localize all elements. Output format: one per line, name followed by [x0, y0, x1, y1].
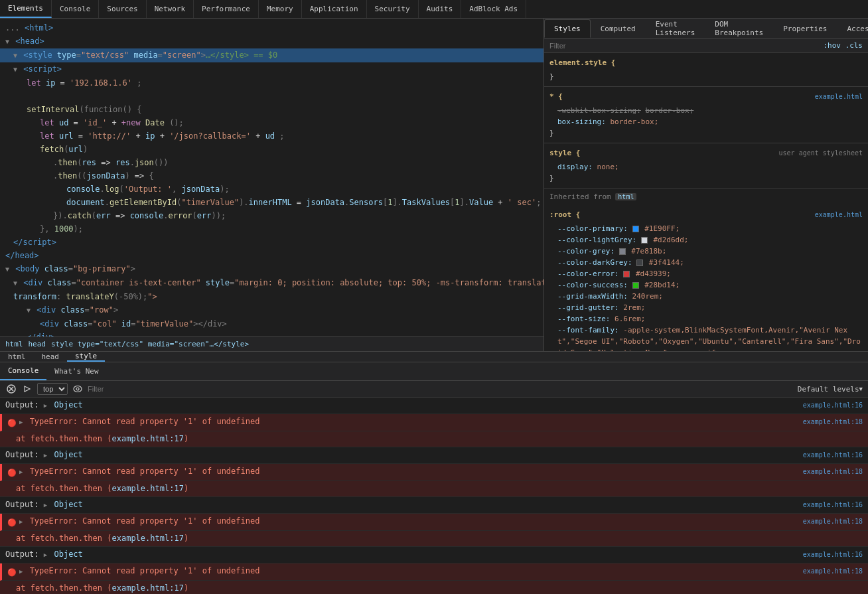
tab-event-listeners[interactable]: Event Listeners: [646, 19, 705, 38]
pause-button[interactable]: [21, 383, 33, 395]
tab-html[interactable]: html: [0, 352, 34, 362]
styles-content[interactable]: element.style { } * { example.html -webk…: [544, 53, 868, 351]
tab-network[interactable]: Network: [147, 0, 194, 18]
tab-styles[interactable]: Styles: [544, 19, 591, 38]
console-error-source-2[interactable]: example.html:18: [803, 466, 863, 477]
console-tab-whatsnew[interactable]: What's New: [46, 362, 106, 380]
tab-memory[interactable]: Memory: [259, 0, 302, 18]
attr-class-name: class: [44, 264, 68, 273]
dom-line-div-close: </div>: [0, 331, 543, 336]
breadcrumb-head[interactable]: head: [29, 340, 46, 348]
console-source-1[interactable]: example.html:16: [803, 400, 863, 411]
script-tag: <script>: [23, 64, 62, 74]
expand-error-2[interactable]: ▶: [19, 469, 23, 475]
prop-font-size-root: --font-size:: [557, 315, 610, 323]
error-link-3[interactable]: example.html:17: [112, 534, 184, 543]
dom-line-col: <div class="col" id="timerValue"></div>: [0, 317, 543, 331]
dom-line-row[interactable]: <div class="row">: [0, 303, 543, 317]
expand-style-icon[interactable]: [13, 52, 17, 59]
eq8: =: [131, 319, 135, 329]
swatch-error[interactable]: [623, 271, 630, 277]
fn-error: error: [168, 211, 192, 220]
swatch-lightgrey[interactable]: [641, 237, 648, 244]
expand-error-3[interactable]: ▶: [19, 518, 23, 525]
error-icon-1: 🔴: [7, 417, 17, 429]
css-source-root[interactable]: example.html: [815, 209, 863, 220]
expand-object-4[interactable]: ▶: [44, 552, 47, 558]
breadcrumb-html[interactable]: html: [5, 340, 23, 348]
levels-dropdown[interactable]: Default levels: [798, 385, 863, 394]
object-label-4[interactable]: Object: [54, 550, 82, 559]
context-select[interactable]: top: [37, 383, 68, 395]
error-link-2[interactable]: example.html:17: [112, 484, 184, 493]
styles-filter-input[interactable]: [549, 42, 823, 50]
tab-application[interactable]: Application: [302, 0, 367, 18]
expand-object-1[interactable]: ▶: [44, 402, 47, 409]
console-source-4[interactable]: example.html:16: [803, 549, 863, 560]
error-link-4[interactable]: example.html:17: [112, 583, 184, 593]
tab-performance[interactable]: Performance: [194, 0, 259, 18]
val-none: none;: [597, 163, 619, 171]
object-label-1[interactable]: Object: [54, 400, 82, 409]
dom-content[interactable]: ... <html> <head> <style type="text/css"…: [0, 19, 543, 336]
eye-button[interactable]: [72, 383, 84, 395]
expand-body-icon[interactable]: [5, 265, 9, 273]
swatch-success[interactable]: [632, 282, 639, 289]
tab-accessibility[interactable]: Accessibility: [837, 19, 868, 38]
console-content[interactable]: Output: ▶ Object example.html:16 🔴 ▶ Typ…: [0, 398, 868, 594]
expand-row-icon[interactable]: [27, 307, 31, 314]
var-res2: res: [115, 158, 130, 167]
dom-line-ellipsis[interactable]: ... <html>: [0, 21, 543, 35]
op-eq: =: [60, 78, 70, 88]
attr-row-class: class: [60, 305, 84, 315]
swatch-primary[interactable]: [632, 226, 639, 232]
dom-line-head[interactable]: <head>: [0, 35, 543, 48]
css-section-element-style: element.style { }: [544, 53, 868, 87]
expand-error-1[interactable]: ▶: [19, 419, 23, 425]
expand-head-icon[interactable]: [5, 38, 9, 45]
console-error-source-1[interactable]: example.html:18: [803, 416, 863, 427]
output-label-3: Output:: [5, 500, 44, 509]
val-color-darkgrey: #3f4144;: [649, 258, 684, 267]
object-label-2[interactable]: Object: [54, 450, 82, 459]
expand-script-icon[interactable]: [13, 66, 17, 73]
console-area: Console What's New top: [0, 362, 868, 594]
tab-sources[interactable]: Sources: [99, 0, 146, 18]
tab-dom-breakpoints[interactable]: DOM Breakpoints: [705, 19, 773, 38]
css-source-style[interactable]: user agent stylesheet: [779, 147, 863, 159]
console-error-source-3[interactable]: example.html:18: [803, 516, 863, 527]
console-tab-console[interactable]: Console: [0, 362, 46, 380]
swatch-darkgrey[interactable]: [636, 260, 643, 266]
console-error-source-4[interactable]: example.html:18: [803, 565, 863, 577]
tab-style[interactable]: style: [67, 352, 105, 362]
clear-console-button[interactable]: [5, 383, 17, 395]
console-filter-input[interactable]: [88, 385, 794, 393]
tab-console[interactable]: Console: [52, 0, 99, 18]
expand-object-2[interactable]: ▶: [44, 452, 47, 459]
dom-line-style[interactable]: <style type="text/css" media="screen">…<…: [0, 48, 543, 62]
tab-head[interactable]: head: [34, 352, 68, 362]
error-icon-3: 🔴: [7, 517, 17, 528]
prop-display: display:: [557, 163, 593, 171]
tab-elements[interactable]: Elements: [0, 0, 52, 18]
console-source-3[interactable]: example.html:16: [803, 499, 863, 510]
tab-security[interactable]: Security: [367, 0, 419, 18]
tab-adblock[interactable]: AdBlock Ads: [461, 0, 526, 18]
top-tab-bar: Elements Console Sources Network Perform…: [0, 0, 868, 19]
expand-object-3[interactable]: ▶: [44, 502, 47, 508]
tab-audits[interactable]: Audits: [419, 0, 462, 18]
console-source-2[interactable]: example.html:16: [803, 449, 863, 461]
dom-line-body[interactable]: <body class="bg-primary">: [0, 262, 543, 276]
expand-error-4[interactable]: ▶: [19, 568, 23, 575]
kw-new: +new: [121, 118, 145, 127]
expand-div-icon[interactable]: [13, 279, 17, 287]
css-source-universal[interactable]: example.html: [815, 91, 863, 102]
error-link-1[interactable]: example.html:17: [112, 434, 184, 443]
tab-properties[interactable]: Properties: [773, 19, 837, 38]
tab-computed[interactable]: Computed: [591, 19, 646, 38]
swatch-grey[interactable]: [619, 248, 626, 255]
dom-line-script[interactable]: <script>: [0, 62, 543, 76]
dom-line-div-container[interactable]: <div class="container is-text-center" st…: [0, 276, 543, 290]
breadcrumb-style[interactable]: style type="text/css" media="screen"…</s…: [51, 340, 249, 348]
object-label-3[interactable]: Object: [54, 500, 82, 509]
